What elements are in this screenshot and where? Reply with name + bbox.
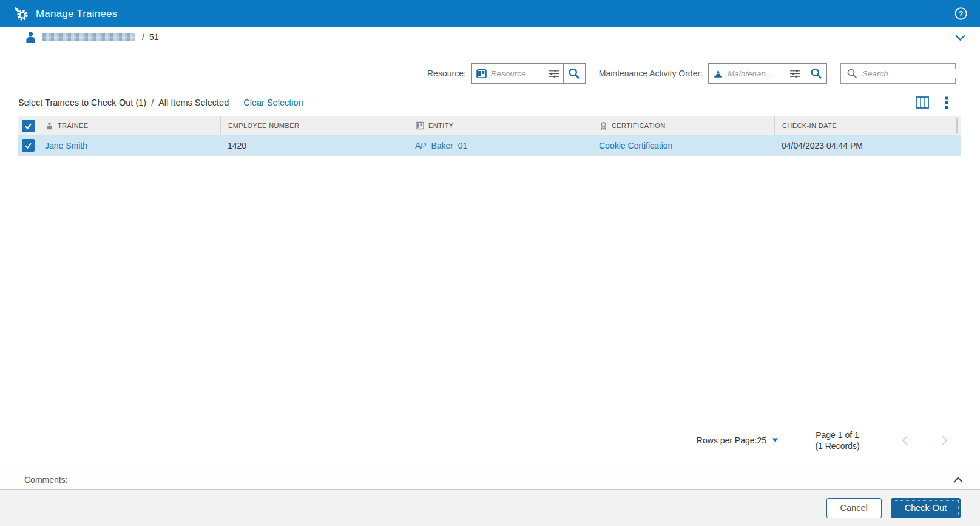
certification-icon	[600, 121, 607, 130]
gear-wrench-icon	[13, 6, 29, 22]
resource-input[interactable]	[491, 64, 544, 83]
maintenance-activity-order-label: Maintenance Activity Order:	[599, 69, 703, 78]
column-header-certification[interactable]: CERTIFICATION	[592, 116, 774, 135]
entity-icon	[416, 121, 424, 130]
column-header-trainee[interactable]: TRAINEE	[38, 116, 220, 135]
check-in-date-cell: 04/04/2023 04:44 PM	[774, 135, 961, 155]
column-chooser-icon[interactable]	[916, 96, 929, 109]
breadcrumb-count: 51	[149, 32, 159, 42]
trainee-link[interactable]: Jane Smith	[45, 141, 87, 150]
rows-per-page-label: Rows per Page:	[697, 436, 757, 445]
cancel-button[interactable]: Cancel	[826, 498, 882, 518]
search-input[interactable]	[862, 69, 971, 78]
column-label: CHECK-IN DATE	[782, 122, 837, 129]
select-all-checkbox[interactable]	[22, 120, 35, 132]
redacted-user-name	[42, 33, 135, 41]
column-header-entity[interactable]: ENTITY	[408, 116, 592, 135]
footer-bar: Cancel Check-Out	[0, 490, 980, 526]
entity-link[interactable]: AP_Baker_01	[415, 141, 467, 150]
resource-search-icon[interactable]	[563, 64, 585, 83]
resource-icon	[472, 64, 491, 83]
manage-trainees-dialog: Manage Trainees ? / 51 Resource:	[0, 0, 980, 526]
maintenance-activity-order-search-icon[interactable]	[805, 64, 826, 83]
row-select-cell	[18, 135, 38, 155]
column-label: ENTITY	[428, 122, 454, 129]
column-label: TRAINEE	[58, 122, 88, 129]
chevron-left-icon[interactable]	[899, 433, 912, 448]
page-info: Page 1 of 1 (1 Records)	[802, 430, 873, 451]
entity-cell: AP_Baker_01	[408, 135, 592, 155]
caret-down-icon	[772, 438, 779, 442]
pagination-bar: Rows per Page:25 Page 1 of 1 (1 Records)	[0, 430, 980, 451]
employee-number-cell: 1420	[220, 135, 408, 155]
main-content: Resource:	[0, 47, 980, 470]
rows-per-page-value: 25	[757, 436, 766, 445]
maintenance-activity-order-input[interactable]	[728, 64, 786, 83]
comments-label: Comments:	[24, 475, 68, 485]
all-items-selected-label: All Items Selected	[158, 98, 229, 107]
select-all-cell	[18, 116, 38, 135]
chevron-up-icon[interactable]	[951, 474, 965, 486]
selection-bar: Select Trainees to Check-Out (1) / All I…	[0, 93, 980, 112]
column-header-employee-number[interactable]: EMPLOYEE NUMBER	[220, 116, 408, 135]
page-info-line: Page 1 of 1	[802, 430, 873, 440]
column-label: CERTIFICATION	[612, 122, 666, 129]
titlebar: Manage Trainees ?	[0, 0, 980, 27]
search-icon	[847, 68, 857, 79]
sliders-icon[interactable]	[544, 64, 563, 83]
resource-lookup	[471, 63, 586, 84]
table-row[interactable]: Jane Smith 1420 AP_Baker_01 Cookie Certi…	[18, 135, 961, 156]
comments-bar: Comments:	[0, 470, 980, 490]
column-label: EMPLOYEE NUMBER	[228, 122, 299, 129]
svg-text:?: ?	[959, 10, 964, 18]
certification-cell: Cookie Certification	[592, 135, 774, 155]
person-icon	[46, 122, 53, 130]
filter-row: Resource:	[0, 62, 980, 84]
help-icon[interactable]: ?	[954, 7, 968, 21]
rows-per-page-selector[interactable]: Rows per Page:25	[697, 436, 779, 445]
column-header-check-in-date[interactable]: CHECK-IN DATE	[774, 116, 961, 135]
sliders-icon[interactable]	[786, 64, 805, 83]
breadcrumb: / 51	[0, 27, 980, 47]
chevron-down-icon[interactable]	[953, 30, 968, 45]
breadcrumb-separator: /	[142, 32, 144, 42]
clear-selection-link[interactable]: Clear Selection	[243, 98, 303, 107]
kebab-menu-icon[interactable]	[945, 96, 948, 109]
search-box	[840, 63, 956, 84]
person-icon	[24, 31, 37, 44]
selection-separator: /	[151, 98, 154, 107]
resource-label: Resource:	[427, 69, 466, 78]
row-checkbox[interactable]	[22, 139, 35, 152]
chevron-right-icon[interactable]	[938, 433, 951, 448]
table-header-row: TRAINEE EMPLOYEE NUMBER ENTITY CERTIFICA…	[18, 116, 961, 135]
selection-title: Select Trainees to Check-Out (1)	[18, 98, 146, 107]
maintenance-activity-order-lookup	[708, 63, 827, 84]
records-info-line: (1 Records)	[802, 440, 873, 451]
check-out-button[interactable]: Check-Out	[891, 498, 961, 518]
trainees-table: TRAINEE EMPLOYEE NUMBER ENTITY CERTIFICA…	[18, 116, 961, 156]
page-title: Manage Trainees	[36, 8, 117, 20]
cone-icon	[709, 64, 728, 83]
trainee-cell: Jane Smith	[38, 135, 220, 155]
certification-link[interactable]: Cookie Certification	[599, 141, 672, 150]
